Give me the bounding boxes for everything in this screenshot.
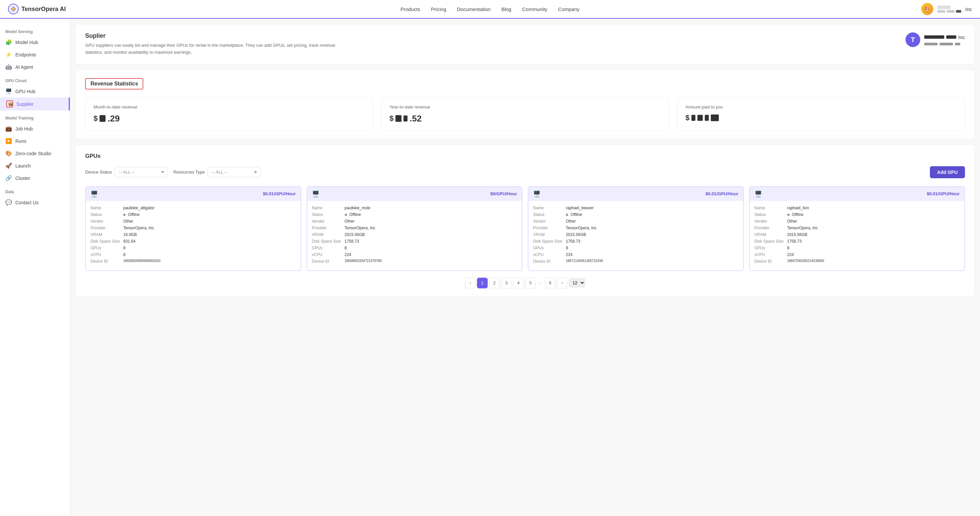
supplier-header-card: Suplier GPU suppliers can easily list an… — [75, 24, 975, 64]
gpu-card-header-2: 🖥️ $0.01/GPU/Hour — [528, 187, 743, 201]
supplier-icon: 📦 — [6, 100, 13, 108]
contact-us-icon: 💬 — [5, 199, 12, 206]
nav-link-products[interactable]: Products — [401, 6, 420, 12]
gpu-vram-label-3: VRAM — [754, 232, 784, 237]
gpu-status-value-3: Offline — [787, 212, 803, 217]
gpu-card-price-2: $0.01/GPU/Hour — [705, 191, 738, 196]
nav-emoji-icon[interactable]: 🎨 — [921, 3, 933, 15]
gpu-field-disk-0: Disk Space Size 931.64 — [91, 239, 296, 244]
gpu-disk-label-1: Disk Space Size — [312, 239, 342, 244]
gpu-device-value-1: 18606650334721370786 — [345, 259, 382, 264]
sidebar-item-endpoints[interactable]: ⚡ Endpoints — [0, 48, 70, 61]
redact-3c — [705, 115, 709, 121]
sidebar-label-model-hub: Model Hub — [15, 40, 38, 45]
sidebar-item-job-hub[interactable]: 💼 Job Hub — [0, 122, 70, 135]
gpu-field-gpus-3: GPUs 8 — [754, 246, 960, 250]
gpu-provider-value-3: TensorOpera, Inc — [787, 225, 818, 230]
gpu-field-vram-1: VRAM 2015.56GB — [312, 232, 517, 237]
gpu-field-device-2: Device ID 18671140451365722436 — [533, 259, 738, 264]
nav-block-1 — [937, 6, 951, 9]
gpu-vram-value-3: 2015.56GB — [787, 232, 808, 237]
gpu-vram-label-2: VRAM — [533, 232, 563, 237]
gpu-field-status-3: Status Offline — [754, 212, 960, 217]
gpu-card-body-0: Name paulklee_alligator Status Offline V… — [86, 201, 301, 270]
dollar-sign-2: $ — [390, 114, 393, 123]
endpoints-icon: ⚡ — [5, 51, 12, 58]
sidebar-item-supplier[interactable]: 📦 Supplier — [0, 97, 70, 111]
sidebar-item-contact-us[interactable]: 💬 Contact Us — [0, 196, 70, 209]
nav-link-company[interactable]: Company — [558, 6, 579, 12]
user-inc-label: Inc — [958, 34, 965, 40]
gpu-name-label-2: Name — [533, 206, 563, 210]
pagination-next[interactable]: › — [557, 278, 568, 288]
gpu-card-icon-0: 🖥️ — [91, 190, 98, 198]
supplier-header-left: Suplier GPU suppliers can easily list an… — [85, 32, 352, 56]
gpu-card-0: 🖥️ $0.01/GPU/Hour Name paulklee_alligato… — [85, 186, 301, 271]
pagination-page-1[interactable]: 1 — [477, 278, 488, 288]
pagination-page-4[interactable]: 4 — [513, 278, 524, 288]
sidebar-item-model-hub[interactable]: 🧩 Model Hub — [0, 36, 70, 48]
stat-suffix-2: .52 — [409, 113, 422, 124]
gpu-disk-label-3: Disk Space Size — [754, 239, 784, 244]
gpu-hub-icon: 🖥️ — [5, 88, 12, 94]
sidebar-item-cluster[interactable]: 🔗 Cluster — [0, 172, 70, 184]
gpu-disk-label-0: Disk Space Size — [91, 239, 121, 244]
nav-inc-text: Inc — [965, 6, 972, 12]
nav-right: 🎨 Inc — [905, 3, 972, 15]
nav-block-3 — [947, 10, 955, 13]
gpu-card-body-1: Name paulklee_mule Status Offline Vendor — [307, 201, 522, 270]
gpu-field-gpus-0: GPUs 8 — [91, 246, 296, 250]
sidebar-label-zero-code: Zero-code Studio — [15, 151, 51, 156]
gpu-field-gpus-2: GPUs 8 — [533, 246, 738, 250]
nav-link-blog[interactable]: Blog — [501, 6, 511, 12]
device-status-select[interactable]: -- ALL -- Online Offline — [115, 167, 168, 177]
tensoropera-logo-icon — [8, 4, 19, 14]
gpu-field-gpus-1: GPUs 8 — [312, 246, 517, 250]
add-gpu-button[interactable]: Add GPU — [930, 166, 965, 178]
nav-link-pricing[interactable]: Pricing — [431, 6, 446, 12]
sidebar-item-ai-agent[interactable]: 🤖 AI Agent — [0, 61, 70, 73]
gpu-status-label-3: Status — [754, 212, 784, 217]
gpu-gpus-value-0: 8 — [123, 246, 126, 250]
gpu-field-device-3: Device ID 18667590260214530065 — [754, 259, 960, 264]
gpu-field-vram-0: VRAM 16.0GB — [91, 232, 296, 237]
pagination-page-5[interactable]: 5 — [525, 278, 536, 288]
redact-2b — [404, 116, 407, 122]
gpu-field-device-0: Device ID 18606830958606960200 — [91, 259, 296, 264]
gpu-field-vcpu-2: vCPU 224 — [533, 252, 738, 257]
redact-3a — [691, 115, 695, 121]
gpu-vcpu-label-0: vCPU — [91, 252, 121, 257]
gpu-field-name-2: Name raphael_beaver — [533, 206, 738, 210]
gpu-field-vram-2: VRAM 2015.56GB — [533, 232, 738, 237]
sidebar-item-zero-code-studio[interactable]: 🎨 Zero-code Studio — [0, 147, 70, 160]
sidebar-item-gpu-hub[interactable]: 🖥️ GPU Hub — [0, 85, 70, 97]
pagination-page-2[interactable]: 2 — [489, 278, 500, 288]
gpu-provider-label-3: Provider — [754, 225, 784, 230]
gpu-card-3: 🖥️ $0.01/GPU/Hour Name raphael_lion Stat… — [749, 186, 965, 271]
gpu-vendor-value-2: Other — [566, 219, 576, 224]
nav-link-community[interactable]: Community — [522, 6, 547, 12]
pagination-per-page-select[interactable]: 12 24 48 — [569, 278, 585, 287]
sidebar-item-launch[interactable]: 🚀 Launch — [0, 160, 70, 172]
nav-link-documentation[interactable]: Documentation — [457, 6, 491, 12]
sidebar-label-launch: Launch — [15, 163, 31, 168]
model-hub-icon: 🧩 — [5, 39, 12, 45]
user-sub-2 — [940, 43, 953, 45]
device-status-label: Device Status — [85, 170, 112, 175]
gpu-disk-label-2: Disk Space Size — [533, 239, 563, 244]
gpu-status-label-2: Status — [533, 212, 563, 217]
gpu-disk-value-3: 1758.73 — [787, 239, 802, 244]
pagination-page-3[interactable]: 3 — [501, 278, 512, 288]
pagination-page-9[interactable]: 9 — [545, 278, 555, 288]
gpu-gpus-value-1: 8 — [345, 246, 347, 250]
gpu-card-header-1: 🖥️ $0/GPU/Hour — [307, 187, 522, 201]
gpu-device-value-2: 18671140451365722436 — [566, 259, 603, 264]
gpu-device-label-2: Device ID — [533, 259, 563, 264]
logo[interactable]: TensorOpera AI — [8, 4, 75, 14]
nav-links: Products Pricing Documentation Blog Comm… — [75, 6, 905, 12]
sidebar-item-runs[interactable]: ▶️ Runs — [0, 135, 70, 147]
top-nav: TensorOpera AI Products Pricing Document… — [0, 0, 980, 19]
sidebar-label-ai-agent: AI Agent — [15, 64, 33, 70]
pagination-prev[interactable]: ‹ — [465, 278, 476, 288]
resources-type-select[interactable]: -- ALL -- GPU CPU — [207, 167, 261, 177]
